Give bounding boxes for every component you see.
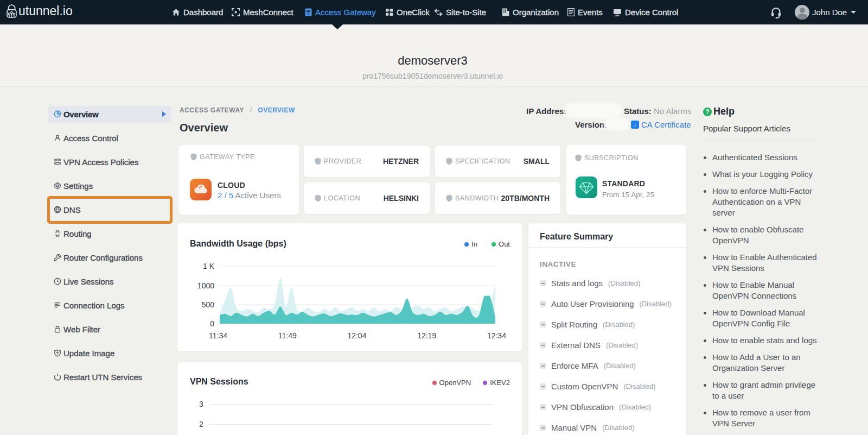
svg-text:500: 500 bbox=[202, 300, 215, 309]
svg-text:1 K: 1 K bbox=[203, 262, 215, 270]
svg-text:1000: 1000 bbox=[197, 281, 214, 290]
svg-text:0: 0 bbox=[210, 319, 214, 328]
